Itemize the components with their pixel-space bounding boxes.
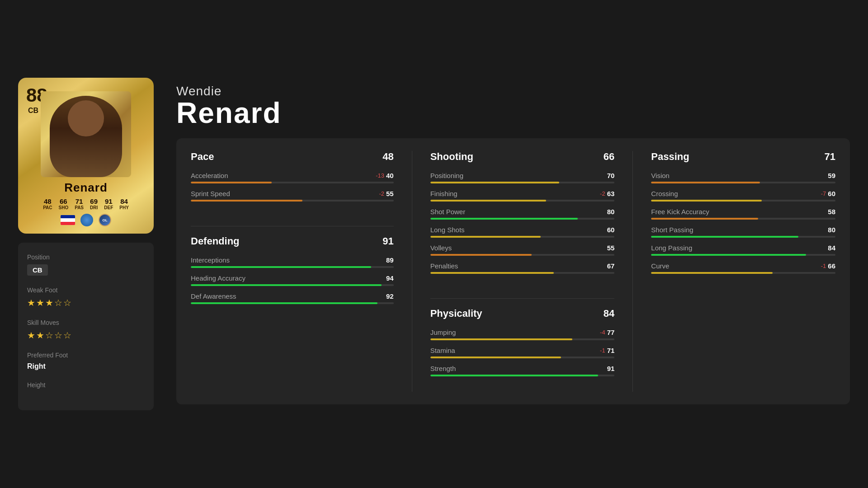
card-stat-pas: 71 PAS [75, 197, 84, 210]
stat-bar [430, 338, 615, 340]
stat-item: Curve-166 [651, 262, 835, 274]
stat-item: Long Shots60 [430, 226, 615, 238]
passing-stats: Vision59Crossing-760Free Kick Accuracy58… [651, 172, 835, 274]
stat-bar-fill [651, 236, 798, 238]
stat-bar-fill [430, 254, 532, 256]
stat-bar-fill [191, 182, 272, 183]
stat-name: Heading Accuracy [191, 274, 245, 282]
passing-value: 71 [825, 151, 835, 163]
stat-item: Jumping-477 [430, 328, 615, 340]
stat-item: Long Passing84 [651, 244, 835, 256]
stat-bar [651, 254, 835, 256]
defending-header: Defending 91 [191, 235, 394, 249]
physicality-value: 84 [604, 308, 614, 319]
card-stat-pac: 48 PAC [43, 197, 52, 210]
stat-value: 55 [607, 244, 615, 252]
stat-modifier: -2 [600, 190, 605, 197]
stat-item: Vision59 [651, 172, 835, 183]
info-panel: Position CB Weak Foot ★★★☆☆ Skill Moves … [18, 243, 154, 410]
stat-value: 84 [828, 244, 835, 252]
stat-bar [651, 236, 835, 238]
stat-name: Volleys [430, 244, 452, 252]
preferred-foot-label: Preferred Foot [27, 352, 145, 359]
stat-bar [430, 218, 615, 220]
stat-item: Interceptions89 [191, 256, 394, 268]
player-last-name: Renard [176, 99, 850, 127]
stat-item: Volleys55 [430, 244, 615, 256]
physicality-stats: Jumping-477Stamina-171Strength91 [430, 328, 615, 376]
stat-value: 67 [607, 262, 615, 270]
stat-bar-fill [651, 200, 762, 202]
stat-value: 91 [607, 365, 615, 372]
stat-bar-fill [430, 375, 598, 376]
card-badges: OL [61, 214, 111, 226]
stat-value: 80 [607, 208, 615, 216]
stat-bar [191, 200, 394, 202]
stat-value: 58 [828, 208, 835, 216]
stat-bar-fill [430, 200, 547, 202]
stat-name: Long Shots [430, 226, 465, 234]
stat-modifier: -7 [821, 190, 826, 197]
stat-name: Free Kick Accuracy [651, 208, 709, 216]
player-card: 88 CB Renard 48 PAC 66 SHO 71 PAS 69 DRI [18, 78, 154, 234]
stat-bar-fill [651, 182, 760, 183]
position-label: Position [27, 253, 145, 261]
stat-name: Strength [430, 365, 456, 372]
stat-item: Shot Power80 [430, 208, 615, 220]
stat-name: Sprint Speed [191, 190, 230, 197]
position-badge: CB [27, 264, 48, 276]
defending-value: 91 [382, 235, 393, 247]
stat-bar [430, 200, 615, 202]
stat-bar [191, 284, 394, 286]
stat-bar [430, 357, 615, 358]
stat-item: Stamina-171 [430, 347, 615, 358]
stat-bar [651, 218, 835, 220]
stat-bar [430, 375, 615, 376]
card-photo [41, 91, 131, 177]
stat-value: 40 [386, 172, 394, 179]
stat-name: Short Passing [651, 226, 693, 234]
stat-name: Vision [651, 172, 670, 179]
shooting-name: Shooting [430, 151, 473, 163]
stat-name: Penalties [430, 262, 458, 270]
stat-item: Strength91 [430, 365, 615, 376]
stat-bar [191, 266, 394, 268]
defending-stats: Interceptions89Heading Accuracy94Def Awa… [191, 256, 394, 304]
stat-item: Finishing-263 [430, 190, 615, 202]
passing-category: Passing 71 Vision59Crossing-760Free Kick… [651, 151, 835, 289]
col-1: Pace 48 Acceleration-1340Sprint Speed-25… [191, 151, 394, 392]
stat-name: Jumping [430, 328, 456, 336]
stat-name: Shot Power [430, 208, 466, 216]
stat-modifier: -13 [376, 172, 384, 179]
card-stat-def: 91 DEF [104, 197, 113, 210]
pace-stats: Acceleration-1340Sprint Speed-255 [191, 172, 394, 202]
stat-bar-fill [191, 284, 382, 286]
main-content: Wendie Renard Pace 48 Acceleration-1340S… [176, 84, 850, 404]
height-label: Height [27, 381, 145, 389]
stat-name: Interceptions [191, 256, 230, 264]
card-position-label: CB [28, 107, 38, 115]
card-stats-row: 48 PAC 66 SHO 71 PAS 69 DRI 91 DEF 84 PH… [43, 197, 129, 210]
stat-value: 94 [386, 274, 394, 282]
stat-modifier: -4 [600, 329, 605, 336]
stat-bar-fill [430, 218, 578, 220]
stat-item: Free Kick Accuracy58 [651, 208, 835, 220]
player-header: Wendie Renard [176, 84, 850, 127]
weak-foot-section: Weak Foot ★★★☆☆ [27, 286, 145, 308]
card-stat-sho: 66 SHO [59, 197, 69, 210]
stat-item: Sprint Speed-255 [191, 190, 394, 202]
stat-bar-fill [430, 357, 561, 358]
preferred-foot-value: Right [27, 362, 145, 371]
shooting-category: Shooting 66 Positioning70Finishing-263Sh… [430, 151, 615, 289]
stat-bar-fill [430, 236, 541, 238]
pace-name: Pace [191, 151, 214, 163]
stat-value: 55 [386, 190, 394, 197]
france-flag [61, 215, 75, 225]
skill-moves-label: Skill Moves [27, 319, 145, 326]
stat-item: Positioning70 [430, 172, 615, 183]
team-badge: OL [99, 214, 111, 226]
pace-value: 48 [382, 151, 393, 163]
weak-foot-label: Weak Foot [27, 286, 145, 294]
card-stat-dri: 69 DRI [90, 197, 98, 210]
stat-bar [430, 236, 615, 238]
